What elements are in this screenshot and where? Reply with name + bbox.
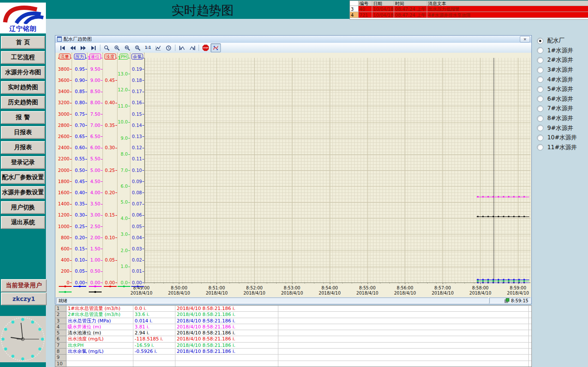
scroll-right-button[interactable] [187, 43, 197, 52]
station-option-4[interactable]: 4#水源井 [537, 75, 588, 84]
station-option-11[interactable]: 11#水源井 [537, 143, 588, 153]
sidebar-item-0[interactable]: 首 页 [1, 36, 45, 49]
radio-button[interactable] [537, 47, 543, 54]
radio-button[interactable] [537, 76, 543, 83]
station-option-8[interactable]: 8#水源井 [537, 114, 588, 123]
scroll-left-button[interactable] [177, 43, 187, 52]
row-number: 8 [55, 349, 66, 355]
sidebar-item-11[interactable]: 用户切换 [1, 201, 45, 214]
zoom-horizontal-button[interactable] [122, 43, 133, 52]
table-row[interactable]: 7出水PH-16.59 i.2018/4/10 8:58:21.186 i. [55, 343, 531, 349]
axis-tick-mark [85, 92, 87, 92]
station-option-5[interactable]: 5#水源井 [537, 84, 588, 94]
sidebar-item-1[interactable]: 工艺流程 [1, 51, 45, 64]
station-option-9[interactable]: 9#水源井 [537, 123, 588, 133]
sidebar-item-6[interactable]: 日报表 [1, 126, 45, 139]
axis-tick-mark [85, 181, 87, 182]
table-row[interactable]: 9 [55, 355, 531, 361]
alarm-row[interactable]: 34010/04/1808:47:24 上午出水压力低报警 [350, 6, 588, 12]
axis-tick-mark [142, 170, 144, 171]
x-tick-date: 2018/4/10 [203, 291, 230, 296]
radio-button[interactable] [537, 125, 543, 131]
radio-button[interactable] [537, 135, 543, 141]
legend-dot [109, 286, 111, 287]
window-titlebar[interactable]: 配水厂趋势图 ✕ [55, 36, 531, 42]
station-option-6[interactable]: 6#水源井 [537, 94, 588, 104]
sidebar-item-10[interactable]: 水源井参数设置 [1, 186, 45, 199]
x-tick-label: 8:55:002018/4/10 [354, 286, 381, 296]
sidebar-item-9[interactable]: 配水厂参数设置 [1, 171, 45, 184]
stop-button[interactable]: STOP [200, 43, 211, 52]
station-option-2[interactable]: 2#水源井 [537, 55, 588, 65]
radio-button[interactable] [537, 105, 543, 112]
radio-button[interactable] [537, 144, 543, 150]
table-row[interactable]: 22#出水总管流量 (m3/h)33.6 i.2018/4/10 8:58:21… [55, 312, 531, 318]
axis-name-box-5: 余氯 [132, 54, 143, 60]
axis-tick-label: 3600 [58, 78, 69, 83]
axis-tick-mark [101, 271, 103, 272]
zoom-in-button[interactable] [112, 43, 122, 52]
fast-forward-icon [80, 45, 86, 51]
axis-tick-mark [142, 249, 144, 249]
radio-button[interactable] [537, 115, 543, 122]
radio-button[interactable] [537, 38, 543, 44]
tag-timestamp: 2018/4/10 8:58:21.186 i. [175, 306, 278, 312]
sidebar-item-2[interactable]: 水源井分布图 [1, 66, 45, 79]
sidebar-item-3[interactable]: 实时趋势图 [1, 81, 45, 94]
table-row[interactable]: 6出水浊度 (mg/L)-118.5185 i.2018/4/10 8:58:2… [55, 336, 531, 342]
axis-tick-mark [101, 58, 103, 58]
time-range-button[interactable] [163, 43, 174, 52]
station-option-1[interactable]: 1#水源井 [537, 46, 588, 56]
station-option-7[interactable]: 7#水源井 [537, 104, 588, 114]
zoom-button[interactable] [102, 43, 112, 52]
axis-tick-mark [85, 159, 87, 159]
value-toggle-button[interactable] [211, 43, 221, 52]
station-option-10[interactable]: 10#水源井 [537, 133, 588, 143]
axis-tick-label: 0.07 [132, 202, 142, 206]
legend-dot [79, 286, 81, 287]
axis-tick-label: 6.50 [90, 134, 100, 139]
station-option-0[interactable]: 配水厂 [537, 36, 588, 46]
trend-curve-button[interactable] [153, 43, 163, 52]
sidebar-item-7[interactable]: 月报表 [1, 141, 45, 154]
axis-tick-mark [128, 283, 130, 283]
axis-tick-label: 0.60 [75, 145, 85, 150]
sidebar-item-5[interactable]: 报 警 [1, 111, 45, 124]
axis-tick-label: 0.80 [75, 100, 85, 105]
axis-tick-label: 2400 [58, 145, 69, 150]
radio-button[interactable] [537, 57, 543, 63]
empty-cell [278, 349, 529, 355]
last-button[interactable] [88, 43, 99, 52]
table-row[interactable]: 8出水余氯 (mg/L)-0.5926 i.2018/4/10 8:58:21.… [55, 349, 531, 355]
station-option-3[interactable]: 3#水源井 [537, 65, 588, 75]
row-number: 4 [55, 324, 66, 330]
trend-plot-canvas[interactable] [145, 58, 531, 284]
close-button[interactable]: ✕ [520, 36, 530, 42]
alarm-id: 40 [359, 6, 372, 12]
sidebar-item-4[interactable]: 历史趋势图 [1, 96, 45, 109]
table-row[interactable]: 4吸水井液位 (m)3.81 i.2018/4/10 8:58:21.186 i… [55, 324, 531, 330]
axis-tick-mark [101, 136, 103, 137]
axis-tick-label: 0.35 [105, 123, 115, 128]
sidebar-item-12[interactable]: 退出系统 [1, 216, 45, 229]
zoom-vertical-button[interactable] [133, 43, 143, 52]
sidebar-item-8[interactable]: 登录记录 [1, 156, 45, 169]
empty-cell [529, 330, 531, 336]
fast-backward-button[interactable] [68, 43, 78, 52]
window-icon [57, 36, 62, 42]
first-button[interactable] [57, 43, 68, 52]
radio-button[interactable] [537, 96, 543, 102]
radio-button[interactable] [537, 67, 543, 73]
axis-tick-label: 11.0 [118, 104, 128, 108]
table-row[interactable]: 5清水池液位 (m)2.94 i.2018/4/10 8:58:21.186 i… [55, 330, 531, 336]
actual-size-button[interactable]: 1:1 [143, 43, 153, 52]
table-row[interactable]: 10 [55, 361, 531, 367]
tag-timestamp: 2018/4/10 8:58:21.186 i. [175, 318, 278, 324]
fast-forward-button[interactable] [78, 43, 88, 52]
radio-button[interactable] [537, 86, 543, 93]
table-row[interactable]: 3出水总管压力 (MPa)0.014 i.2018/4/10 8:58:21.1… [55, 318, 531, 324]
table-row[interactable]: 11#出水总管流量 (m3/h)0.0 i.2018/4/10 8:58:21.… [55, 306, 531, 312]
alarm-row[interactable]: 472110/04/1808:47:24 上午4#水源井排水泵故障 [350, 12, 588, 18]
alarm-message: 4#水源井排水泵故障 [427, 12, 588, 18]
station-label: 7#水源井 [547, 105, 573, 112]
